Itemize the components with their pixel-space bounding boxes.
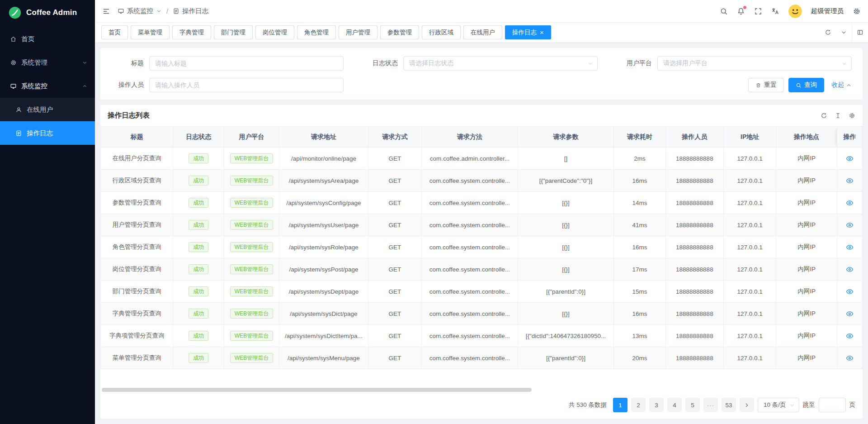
row-density-icon[interactable] [835, 112, 841, 119]
sidebar-item-system-management[interactable]: 系统管理 [0, 51, 95, 74]
view-detail-eye-icon[interactable] [846, 332, 854, 340]
view-detail-eye-icon[interactable] [846, 266, 854, 273]
pager-ellipsis[interactable]: ··· [703, 398, 718, 412]
operator-input[interactable] [149, 78, 344, 92]
filter-label-platform: 用户平台 [619, 59, 652, 67]
gear-icon[interactable] [853, 7, 861, 15]
tab-item[interactable]: 菜单管理 [131, 25, 170, 39]
notifications-bell-icon[interactable] [737, 7, 745, 15]
cell-func: com.coffee.system.controlle... [422, 236, 518, 258]
sidebar-item-operation-log[interactable]: 操作日志 [0, 121, 95, 145]
tab-item[interactable]: 参数管理 [380, 25, 419, 39]
breadcrumb-system-monitor[interactable]: 系统监控 [118, 7, 162, 15]
breadcrumb-label: 系统监控 [127, 7, 153, 15]
tab-item[interactable]: 角色管理 [297, 25, 336, 39]
view-detail-eye-icon[interactable] [846, 177, 854, 185]
fullscreen-icon[interactable] [754, 7, 762, 15]
search-button[interactable]: 查询 [788, 78, 824, 92]
menu-fold-icon[interactable] [102, 7, 110, 15]
cell-duration: 15ms [614, 281, 665, 303]
reset-button[interactable]: 重置 [748, 78, 784, 92]
cell-operator: 18888888888 [665, 148, 723, 170]
view-detail-eye-icon[interactable] [846, 354, 854, 362]
cell-params: [] [518, 148, 614, 170]
chevron-down-icon [587, 61, 593, 67]
search-icon[interactable] [720, 7, 728, 15]
tab-item[interactable]: 操作日志× [505, 25, 551, 39]
sidebar-item-home[interactable]: 首页 [0, 27, 95, 51]
pager-page-2[interactable]: 2 [631, 398, 646, 412]
jump-page-input[interactable] [819, 398, 846, 412]
avatar[interactable] [788, 5, 802, 18]
log-status-select[interactable]: 请选择日志状态 [403, 56, 598, 71]
tab-label: 参数管理 [387, 29, 412, 37]
cell-method: GET [368, 148, 421, 170]
view-detail-eye-icon[interactable] [846, 288, 854, 295]
status-tag: 成功 [189, 286, 208, 296]
view-detail-eye-icon[interactable] [846, 199, 854, 207]
cell-action [837, 192, 862, 214]
view-detail-eye-icon[interactable] [846, 155, 854, 162]
horizontal-scrollbar[interactable] [102, 388, 856, 392]
translate-icon[interactable] [771, 7, 779, 15]
title-input[interactable] [149, 56, 344, 71]
cell-params: [{}] [518, 214, 614, 236]
status-tag: 成功 [189, 264, 208, 274]
status-tag: 成功 [189, 198, 208, 208]
cell-duration: 14ms [614, 192, 665, 214]
column-settings-gear-icon[interactable] [849, 112, 855, 119]
column-header-duration: 请求耗时 [614, 127, 665, 148]
view-detail-eye-icon[interactable] [846, 310, 854, 318]
pager-page-1[interactable]: 1 [613, 398, 627, 412]
platform-tag: WEB管理后台 [230, 309, 273, 319]
cell-platform: WEB管理后台 [224, 236, 279, 258]
user-name[interactable]: 超级管理员 [811, 7, 844, 15]
view-detail-eye-icon[interactable] [846, 243, 854, 251]
status-tag: 成功 [189, 353, 208, 363]
sidebar-item-system-monitor[interactable]: 系统监控 [0, 74, 95, 98]
view-detail-eye-icon[interactable] [846, 221, 854, 229]
pager-page-3[interactable]: 3 [649, 398, 664, 412]
cell-action [837, 148, 862, 170]
cell-url: /api/system/sysRole/page [279, 236, 368, 258]
table-row: 用户管理分页查询成功WEB管理后台/api/system/sysUser/pag… [101, 214, 863, 236]
sidebar-item-online-users[interactable]: 在线用户 [0, 98, 95, 121]
collapse-toggle[interactable]: 收起 [831, 81, 852, 89]
cell-method: GET [368, 170, 421, 192]
tab-item[interactable]: 部门管理 [214, 25, 253, 39]
app-logo: Coffee Admin [0, 0, 95, 25]
page-size-select[interactable]: 10 条/页 [758, 398, 799, 412]
pager-next-button[interactable] [740, 398, 754, 412]
cell-params: [{}] [518, 258, 614, 281]
pager-pages: 12345···53 [613, 398, 736, 412]
tab-label: 行政区域 [429, 29, 453, 37]
tab-item[interactable]: 行政区域 [422, 25, 461, 39]
chevron-down-icon[interactable] [836, 23, 852, 42]
tab-item[interactable]: 在线用户 [463, 25, 502, 39]
close-icon[interactable]: × [540, 29, 544, 36]
tab-item[interactable]: 字典管理 [172, 25, 211, 39]
tab-item[interactable]: 岗位管理 [255, 25, 294, 39]
cell-duration: 41ms [614, 214, 665, 236]
cell-status: 成功 [173, 258, 224, 281]
pager-page-53[interactable]: 53 [722, 398, 736, 412]
table-row: 菜单管理分页查询成功WEB管理后台/api/system/sysMenu/pag… [101, 347, 863, 369]
refresh-icon[interactable] [820, 23, 836, 42]
layout-panel-icon[interactable] [852, 23, 868, 42]
cell-method: GET [368, 281, 421, 303]
cell-action [837, 214, 862, 236]
pager-page-4[interactable]: 4 [667, 398, 682, 412]
status-tag: 成功 [189, 309, 208, 319]
user-platform-select[interactable]: 请选择用户平台 [657, 56, 852, 71]
cell-action [837, 303, 862, 325]
refresh-icon[interactable] [821, 112, 827, 119]
scrollbar-thumb[interactable] [102, 388, 532, 392]
cell-platform: WEB管理后台 [224, 258, 279, 281]
cell-status: 成功 [173, 236, 224, 258]
tab-item[interactable]: 首页 [101, 25, 128, 39]
pager-page-5[interactable]: 5 [685, 398, 700, 412]
cell-func: com.coffee.system.controlle... [422, 281, 518, 303]
cell-title: 岗位管理分页查询 [101, 258, 173, 281]
tab-item[interactable]: 用户管理 [339, 25, 377, 39]
cell-ip: 127.0.0.1 [724, 214, 776, 236]
